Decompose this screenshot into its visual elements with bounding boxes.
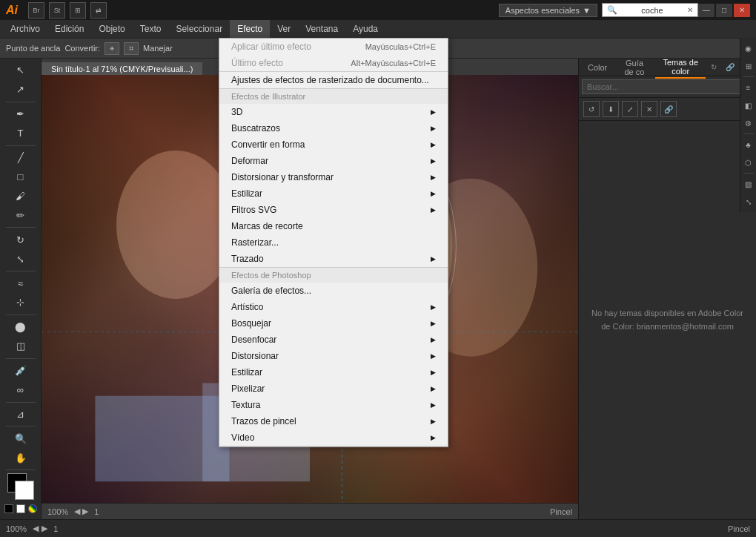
side-icon-1[interactable]: ◉ — [741, 41, 756, 56]
free-transform-tool[interactable]: ⊹ — [11, 294, 30, 312]
minimize-button[interactable]: — — [698, 4, 714, 17]
side-icon-6[interactable]: ♣ — [741, 137, 756, 152]
canvas-content[interactable] — [42, 75, 578, 503]
svg-rect-5 — [272, 109, 363, 160]
convert-btn2[interactable]: ⌗ — [124, 42, 139, 55]
gradient-tool[interactable]: ◫ — [11, 337, 30, 355]
stroke-indicator[interactable] — [16, 504, 25, 513]
blend-tool[interactable]: ∞ — [11, 381, 30, 399]
shape-builder-tool[interactable]: ⬤ — [11, 318, 30, 336]
side-icon-3[interactable]: ≡ — [741, 80, 756, 95]
menu-texto[interactable]: Texto — [133, 20, 169, 38]
menu-efecto[interactable]: Efecto — [230, 20, 270, 38]
select-tool[interactable]: ↖ — [11, 62, 30, 79]
panel-header-tabs: Color Guía de co Temas de color ↻ 🔗 ≡ — [579, 59, 756, 76]
side-icon-4[interactable]: ◧ — [741, 98, 756, 113]
br-icon[interactable]: Br — [28, 2, 44, 19]
maximize-button[interactable]: □ — [716, 4, 732, 17]
tab-guia[interactable]: Guía de co — [614, 57, 654, 78]
color-mode-indicator[interactable] — [28, 504, 37, 513]
main-area: ↖ ↗ ✒ T ╱ □ 🖌 ✏ ↻ ⤡ ≈ ⊹ ⬤ ◫ 💉 ∞ ⊿ 🔍 ✋ — [0, 59, 756, 519]
clear-search-icon[interactable]: ✕ — [687, 6, 693, 14]
panel-action-5[interactable]: 🔗 — [660, 101, 677, 117]
tool-separator-3 — [6, 227, 36, 228]
side-icon-2[interactable]: ⊞ — [741, 59, 756, 73]
workspace-area: Aspectos esenciales ▼ 🔍 coche ✕ — [107, 3, 698, 17]
convert-btn1[interactable]: ⌖ — [105, 42, 119, 55]
warp-tool[interactable]: ≈ — [11, 274, 30, 292]
status-arrows[interactable]: ◀ ▶ — [33, 524, 47, 533]
line-tool[interactable]: ╱ — [11, 149, 30, 167]
tool-separator-9 — [6, 470, 36, 470]
hand-tool[interactable]: ✋ — [11, 449, 30, 467]
svg-rect-10 — [202, 383, 310, 481]
slice-tool[interactable]: ⊿ — [11, 405, 30, 423]
menu-objeto[interactable]: Objeto — [91, 20, 132, 38]
side-icon-layers[interactable]: ▨ — [741, 177, 756, 191]
menu-ventana[interactable]: Ventana — [298, 20, 345, 38]
panel-action-2[interactable]: ⬇ — [603, 101, 619, 117]
panel-message: No hay temas disponibles en Adobe Color … — [591, 307, 744, 333]
status-tool: Pincel — [728, 524, 750, 533]
menu-archivo[interactable]: Archivo — [3, 20, 47, 38]
background-color[interactable] — [15, 481, 34, 500]
menu-ayuda[interactable]: Ayuda — [345, 20, 385, 38]
scale-tool[interactable]: ⤡ — [11, 250, 30, 268]
zoom-tool[interactable]: 🔍 — [11, 429, 30, 447]
svg-point-1 — [116, 151, 235, 299]
arrows-icon[interactable]: ⇄ — [90, 2, 107, 19]
search-box[interactable]: 🔍 coche ✕ — [602, 3, 698, 17]
tool-indicator-label: Pincel — [550, 507, 572, 516]
side-separator — [743, 76, 754, 77]
next-page-icon[interactable]: ▶ — [42, 524, 47, 533]
toolbar: ↖ ↗ ✒ T ╱ □ 🖌 ✏ ↻ ⤡ ≈ ⊹ ⬤ ◫ 💉 ∞ ⊿ 🔍 ✋ — [0, 59, 42, 519]
side-icon-7[interactable]: ⬡ — [741, 155, 756, 170]
canvas-artwork — [42, 75, 578, 503]
paintbrush-tool[interactable]: 🖌 — [11, 187, 30, 205]
prev-page-icon[interactable]: ◀ — [33, 524, 39, 533]
pencil-tool[interactable]: ✏ — [11, 206, 30, 224]
close-button[interactable]: ✕ — [734, 4, 750, 17]
tool-separator-4 — [6, 271, 36, 271]
pen-tool[interactable]: ✒ — [11, 105, 30, 123]
nav-arrows-left[interactable]: ◀ ▶ — [74, 507, 88, 516]
svg-point-16 — [422, 360, 433, 371]
tab-color[interactable]: Color — [582, 62, 613, 73]
panel-search-area — [579, 76, 756, 98]
panel-actions: ↺ ⬇ ⤢ ✕ 🔗 — [579, 98, 756, 121]
direct-select-tool[interactable]: ↗ — [11, 81, 30, 99]
window-controls: — □ ✕ — [698, 4, 750, 17]
canvas-tabs: Sin título-1 al 71% (CMYK/Previsuali...) — [42, 59, 578, 75]
svg-rect-7 — [336, 297, 401, 375]
svg-point-6 — [334, 291, 393, 329]
svg-point-15 — [400, 335, 412, 346]
panel-link-icon[interactable]: 🔗 — [723, 61, 737, 74]
menu-ver[interactable]: Ver — [270, 20, 298, 38]
workspace-dropdown[interactable]: Aspectos esenciales ▼ — [499, 4, 597, 17]
type-tool[interactable]: T — [11, 125, 30, 142]
right-panels: Color Guía de co Temas de color ↻ 🔗 ≡ ↺ … — [578, 59, 756, 519]
rotate-tool[interactable]: ↻ — [11, 231, 30, 248]
tab-temas[interactable]: Temas de color — [655, 56, 706, 79]
anchor-point-label: Punto de ancla — [6, 44, 60, 53]
panel-search-input[interactable] — [582, 79, 753, 94]
canvas-tab-main[interactable]: Sin título-1 al 71% (CMYK/Previsuali...) — [42, 62, 202, 75]
tool-separator-8 — [6, 426, 36, 426]
panel-action-1[interactable]: ↺ — [583, 101, 600, 117]
fill-indicator[interactable] — [4, 504, 13, 513]
menu-edicion[interactable]: Edición — [47, 20, 91, 38]
menu-bar: Archivo Edición Objeto Texto Seleccionar… — [0, 20, 756, 38]
canvas-image — [42, 75, 578, 503]
panel-refresh-icon[interactable]: ↻ — [707, 61, 720, 74]
eyedropper-tool[interactable]: 💉 — [11, 362, 30, 380]
panel-action-4[interactable]: ✕ — [641, 101, 657, 117]
color-swatch-container[interactable] — [7, 473, 34, 500]
side-icon-expand[interactable]: ⤡ — [741, 194, 756, 209]
grid-icon[interactable]: ⊞ — [70, 2, 86, 19]
panel-action-3[interactable]: ⤢ — [622, 101, 638, 117]
rect-tool[interactable]: □ — [11, 168, 30, 186]
color-swatches — [4, 473, 37, 516]
menu-seleccionar[interactable]: Seleccionar — [168, 20, 230, 38]
st-icon[interactable]: St — [49, 2, 65, 19]
side-icon-5[interactable]: ⚙ — [741, 116, 756, 131]
